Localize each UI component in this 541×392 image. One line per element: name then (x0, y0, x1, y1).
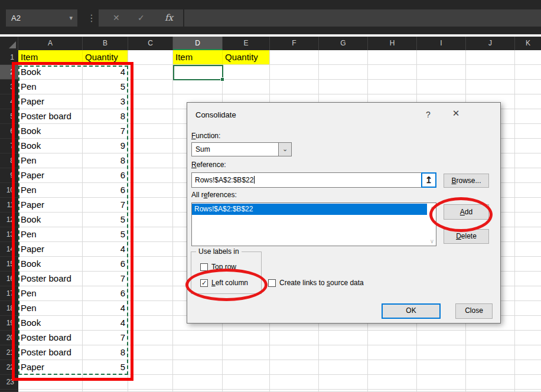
cell[interactable] (270, 331, 319, 345)
ok-button[interactable]: OK (382, 303, 441, 319)
cell[interactable] (515, 183, 541, 198)
reference-input[interactable]: Rows!$A$2:$B$22 (191, 172, 422, 188)
cell[interactable] (173, 331, 223, 345)
cell[interactable] (515, 390, 541, 392)
cell[interactable] (223, 345, 270, 360)
all-references-listbox[interactable]: Rows!$A$2:$B$22 ∧ ∨ (191, 202, 436, 246)
row-header[interactable] (0, 390, 18, 392)
cell[interactable] (417, 375, 466, 390)
cell[interactable] (270, 80, 319, 94)
cell[interactable] (515, 94, 541, 109)
cell-E1[interactable]: Quantity (223, 50, 270, 65)
enter-icon[interactable]: ✓ (138, 9, 145, 27)
collapse-dialog-button[interactable]: ↥ (421, 172, 436, 188)
name-box[interactable]: A2 ▾ (6, 9, 77, 27)
cell[interactable] (223, 331, 270, 345)
cell[interactable] (368, 80, 417, 94)
cell[interactable] (515, 301, 541, 316)
cell[interactable] (173, 375, 223, 390)
cell[interactable] (128, 65, 173, 80)
cell[interactable] (368, 390, 417, 392)
cell-C1[interactable] (128, 50, 173, 65)
cell[interactable] (515, 286, 541, 301)
cell[interactable] (466, 360, 515, 375)
cell[interactable] (368, 375, 417, 390)
cell[interactable] (515, 124, 541, 139)
cell[interactable] (368, 50, 417, 65)
cell[interactable] (128, 316, 173, 331)
reference-list-item-selected[interactable]: Rows!$A$2:$B$22 (192, 204, 427, 215)
cell[interactable] (18, 390, 83, 392)
cell[interactable] (223, 360, 270, 375)
cell[interactable] (368, 345, 417, 360)
cell[interactable] (466, 345, 515, 360)
cell[interactable] (515, 257, 541, 272)
column-header[interactable]: J (466, 37, 515, 50)
cell[interactable] (319, 331, 368, 345)
column-header[interactable]: I (417, 37, 466, 50)
cell[interactable] (515, 375, 541, 390)
cell[interactable] (466, 50, 515, 65)
close-icon[interactable]: ✕ (449, 108, 463, 119)
cell[interactable] (319, 50, 368, 65)
cell[interactable] (466, 65, 515, 80)
cell[interactable] (128, 80, 173, 94)
cell[interactable] (128, 94, 173, 109)
cell[interactable] (128, 272, 173, 286)
cell[interactable] (417, 80, 466, 94)
select-all-button[interactable] (0, 37, 18, 50)
close-button[interactable]: Close (455, 303, 493, 319)
cell[interactable] (417, 331, 466, 345)
cell[interactable] (270, 345, 319, 360)
cell[interactable] (128, 242, 173, 257)
cell[interactable] (515, 50, 541, 65)
column-header[interactable]: C (128, 37, 173, 50)
cell[interactable] (417, 390, 466, 392)
cell[interactable] (319, 360, 368, 375)
checkbox-unchecked-icon[interactable] (268, 279, 276, 287)
cell[interactable] (128, 198, 173, 213)
formula-bar[interactable]: ✕ ✓ fx (99, 9, 541, 27)
cell[interactable] (223, 375, 270, 390)
create-links-checkbox[interactable]: Create links to source data (268, 279, 364, 287)
cell[interactable] (515, 345, 541, 360)
column-header[interactable]: F (270, 37, 319, 50)
cell[interactable] (417, 360, 466, 375)
cell[interactable] (128, 286, 173, 301)
cell[interactable] (515, 168, 541, 183)
cell[interactable] (319, 345, 368, 360)
cell[interactable] (128, 301, 173, 316)
cell[interactable] (417, 345, 466, 360)
cell[interactable] (515, 213, 541, 227)
cell[interactable] (128, 257, 173, 272)
insert-function-icon[interactable]: fx (165, 9, 173, 27)
cell[interactable] (319, 65, 368, 80)
cell[interactable] (368, 331, 417, 345)
cell[interactable] (417, 65, 466, 80)
column-header[interactable]: G (319, 37, 368, 50)
cell[interactable] (515, 139, 541, 153)
chevron-down-icon[interactable]: ⌄ (278, 143, 291, 156)
cell[interactable] (515, 242, 541, 257)
cell[interactable] (515, 331, 541, 345)
column-header[interactable]: B (83, 37, 128, 50)
cell[interactable] (270, 375, 319, 390)
cell[interactable] (368, 65, 417, 80)
cell[interactable] (319, 80, 368, 94)
cell[interactable] (466, 375, 515, 390)
cell[interactable] (128, 213, 173, 227)
help-icon[interactable]: ? (422, 110, 434, 119)
cell[interactable] (128, 360, 173, 375)
cell[interactable] (173, 80, 223, 94)
cell[interactable] (128, 375, 173, 390)
cell[interactable] (270, 50, 319, 65)
column-header[interactable]: H (368, 37, 417, 50)
cell[interactable] (128, 345, 173, 360)
cell[interactable] (173, 390, 223, 392)
cell[interactable] (128, 331, 173, 345)
cell[interactable] (319, 375, 368, 390)
cell[interactable] (515, 316, 541, 331)
cell[interactable] (223, 390, 270, 392)
cell[interactable] (223, 65, 270, 80)
checkbox-unchecked-icon[interactable] (200, 263, 208, 271)
